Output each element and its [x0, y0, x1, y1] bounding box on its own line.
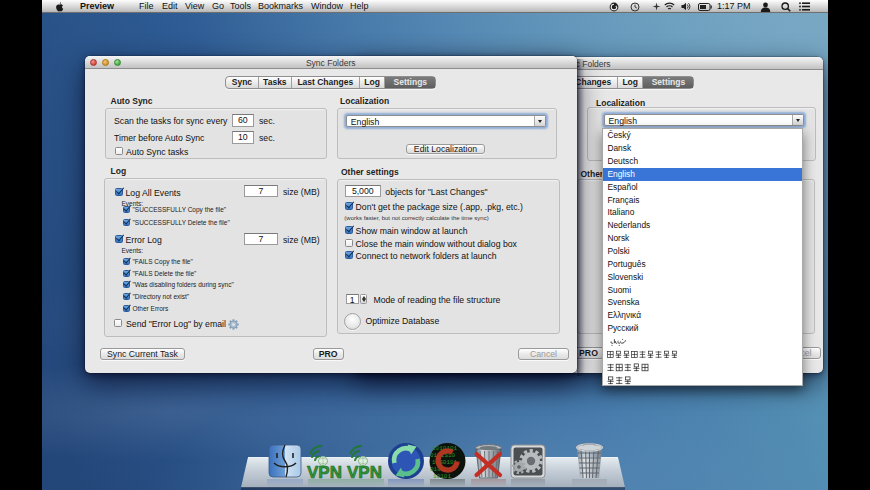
svg-text:10101: 10101	[433, 472, 451, 479]
svg-text:VPN: VPN	[347, 463, 382, 480]
svg-text:VPN: VPN	[307, 463, 342, 480]
